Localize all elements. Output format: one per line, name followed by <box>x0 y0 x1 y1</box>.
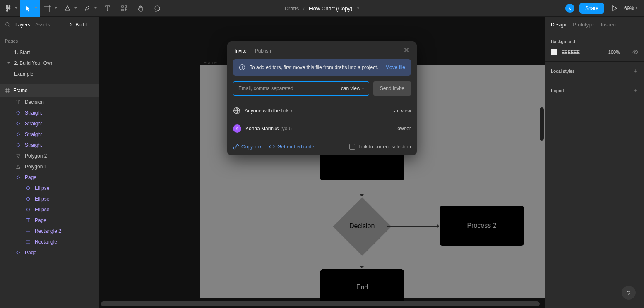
layer-item[interactable]: Polygon 2 <box>0 150 99 161</box>
shape-tool-button[interactable] <box>60 0 79 17</box>
figma-logo-icon <box>5 5 11 12</box>
link-icon <box>233 144 239 150</box>
layer-name: Page <box>25 250 36 255</box>
diamond-icon <box>16 132 21 137</box>
resources-tool-button[interactable] <box>116 0 132 17</box>
hand-tool-button[interactable] <box>132 0 149 17</box>
invite-tab[interactable]: Invite <box>235 48 247 54</box>
svg-point-0 <box>6 23 9 26</box>
svg-rect-9 <box>26 241 30 243</box>
page-item[interactable]: 1. Start <box>0 47 99 58</box>
user-access-row: K Konna Marinus (you) owner <box>227 119 417 138</box>
svg-point-8 <box>26 208 30 211</box>
svg-rect-10 <box>17 251 20 254</box>
layer-frame[interactable]: Frame <box>0 84 99 97</box>
text-tool-button[interactable] <box>99 0 116 17</box>
background-opacity[interactable]: 100% <box>608 50 620 55</box>
layer-item[interactable]: Page <box>0 247 99 258</box>
layer-name: Rectangle <box>35 239 57 245</box>
share-button[interactable]: Share <box>579 3 604 14</box>
info-icon <box>239 64 245 71</box>
zoom-value: 69% <box>624 5 634 11</box>
zoom-dropdown[interactable]: 69% ▾ <box>624 5 637 11</box>
figma-menu-button[interactable] <box>0 0 20 17</box>
layers-tab[interactable]: Layers <box>15 22 30 28</box>
frame-icon <box>5 88 10 93</box>
layer-item[interactable]: Straight <box>0 140 99 150</box>
svg-rect-2 <box>17 122 20 125</box>
layer-item[interactable]: Page <box>0 172 99 183</box>
layer-item[interactable]: Polygon 1 <box>0 161 99 172</box>
diamond-icon <box>16 250 21 255</box>
layer-item[interactable]: Ellipse <box>0 204 99 215</box>
svg-rect-14 <box>242 67 242 69</box>
email-placeholder: Email, comma separated <box>238 86 293 91</box>
permission-dropdown[interactable]: can view ▾ <box>341 86 364 91</box>
triangle-down-icon <box>16 153 21 158</box>
layer-item[interactable]: Straight <box>0 107 99 118</box>
add-page-button[interactable]: ＋ <box>88 37 94 45</box>
move-file-link[interactable]: Move file <box>385 64 405 70</box>
anyone-role[interactable]: can view <box>392 108 411 114</box>
right-panel: Design Prototype Inspect Background EEEE… <box>545 17 644 308</box>
svg-point-6 <box>26 186 30 190</box>
diamond-icon <box>16 143 21 148</box>
frame-tool-button[interactable] <box>40 0 60 17</box>
page-selector[interactable]: 2. Build ... <box>70 22 94 28</box>
document-title[interactable]: Drafts / Flow Chart (Copy) ▾ <box>285 0 360 17</box>
pages-heading: Pages <box>5 38 18 43</box>
layer-name: Ellipse <box>35 185 49 191</box>
layer-item[interactable]: Decision <box>0 97 99 107</box>
embed-code-button[interactable]: Get embed code <box>269 144 314 150</box>
close-icon <box>404 47 409 53</box>
banner-text: To add editors, first move this file fro… <box>250 64 378 70</box>
assets-tab[interactable]: Assets <box>35 22 50 28</box>
top-toolbar: Drafts / Flow Chart (Copy) ▾ K Share 69%… <box>0 0 644 17</box>
page-item[interactable]: 2. Build Your Own <box>0 58 99 69</box>
circle-icon <box>26 196 31 201</box>
layer-item[interactable]: Ellipse <box>0 193 99 204</box>
link-selection-checkbox[interactable] <box>349 144 355 150</box>
horizontal-scrollbar[interactable] <box>101 301 540 306</box>
search-icon[interactable] <box>5 22 10 27</box>
comment-icon <box>154 5 161 12</box>
layer-item[interactable]: Rectangle <box>0 236 99 247</box>
code-icon <box>269 144 275 150</box>
layer-item[interactable]: Straight <box>0 129 99 140</box>
page-item[interactable]: Example <box>0 69 99 79</box>
send-invite-button[interactable]: Send invite <box>373 81 411 96</box>
layer-name: Polygon 1 <box>25 164 47 170</box>
inspect-tab[interactable]: Inspect <box>601 22 617 28</box>
link-access-row[interactable]: Anyone with the link ▾ can view <box>227 102 417 119</box>
cursor-icon <box>24 5 31 12</box>
layer-item[interactable]: Page <box>0 215 99 226</box>
user-avatar[interactable]: K <box>565 4 574 13</box>
visibility-icon[interactable] <box>632 49 638 55</box>
info-banner: To add editors, first move this file fro… <box>233 59 411 76</box>
layer-item[interactable]: Ellipse <box>0 183 99 193</box>
design-tab[interactable]: Design <box>551 22 566 28</box>
layer-item[interactable]: Rectangle 2 <box>0 226 99 236</box>
user-name: Konna Marinus <box>245 126 279 131</box>
layer-item[interactable]: Straight <box>0 118 99 129</box>
move-tool-button[interactable] <box>20 0 40 17</box>
svg-rect-3 <box>17 133 20 136</box>
comment-tool-button[interactable] <box>149 0 166 17</box>
publish-tab[interactable]: Publish <box>255 48 271 54</box>
svg-rect-5 <box>17 176 20 179</box>
email-input[interactable]: Email, comma separated can view ▾ <box>233 81 369 96</box>
chevron-down-icon: ▾ <box>291 109 292 113</box>
background-hex[interactable]: EEEEEE <box>562 50 580 55</box>
line-icon <box>26 229 31 234</box>
close-button[interactable] <box>404 47 409 54</box>
left-panel: Layers Assets 2. Build ... Pages ＋ 1. St… <box>0 17 99 308</box>
add-export-button[interactable]: ＋ <box>632 87 638 94</box>
add-style-button[interactable]: ＋ <box>632 67 638 75</box>
present-button[interactable] <box>609 0 619 17</box>
help-button[interactable]: ? <box>622 286 636 300</box>
prototype-tab[interactable]: Prototype <box>573 22 594 28</box>
pen-tool-button[interactable] <box>79 0 99 17</box>
color-swatch[interactable] <box>551 49 557 55</box>
svg-point-11 <box>634 51 636 53</box>
copy-link-button[interactable]: Copy link <box>233 144 262 150</box>
